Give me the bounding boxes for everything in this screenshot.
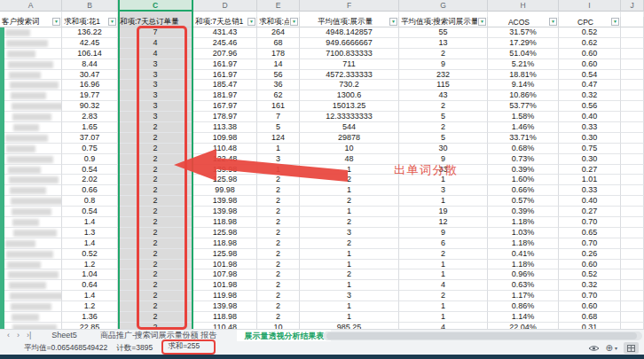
cell[interactable]: 106.14 (62, 49, 118, 59)
column-letter-H[interactable]: H (488, 0, 559, 12)
cell[interactable]: 4 (118, 49, 193, 59)
pivot-header-D[interactable]: 和项:7天总销1▼ (193, 17, 257, 27)
column-letter-F[interactable]: F (300, 0, 399, 12)
cell-empty[interactable] (621, 122, 644, 133)
cell[interactable]: 1 (399, 312, 488, 323)
tab-nav-prev[interactable]: ‹ (7, 330, 10, 341)
column-letter-C[interactable]: C (118, 0, 193, 12)
cell[interactable]: 0.60 (559, 49, 621, 59)
cell-empty[interactable] (621, 196, 644, 207)
cell[interactable]: 0.54 (559, 70, 621, 81)
filter-dropdown-icon[interactable]: ▼ (108, 18, 116, 26)
cell[interactable]: 4948.142857 (300, 27, 399, 38)
search-term-cell-redacted[interactable] (0, 280, 62, 291)
cell[interactable]: 161 (257, 101, 300, 112)
cell[interactable]: 5 (257, 122, 300, 133)
cell[interactable]: 0.52 (559, 269, 621, 280)
column-letter-B[interactable]: B (62, 0, 118, 12)
cell[interactable]: 107.98 (193, 269, 257, 280)
cell[interactable]: 9 (399, 228, 488, 238)
cell[interactable]: 0.39% (488, 165, 559, 176)
cell[interactable]: 2 (118, 323, 193, 329)
cell[interactable]: 30.47 (62, 70, 118, 81)
cell[interactable]: 2 (118, 228, 193, 238)
cell[interactable]: 4 (118, 38, 193, 49)
cell[interactable]: 2 (399, 49, 488, 59)
cell[interactable]: 10.86% (488, 90, 559, 101)
cell[interactable]: 1.18% (488, 217, 559, 228)
search-term-cell-redacted[interactable] (0, 144, 62, 154)
cell-empty[interactable] (621, 323, 644, 329)
cell[interactable]: 2 (118, 122, 193, 133)
cell[interactable]: 0.54 (62, 165, 118, 176)
tab-nav-last[interactable]: ›| (27, 330, 31, 341)
sheet-tab-sheet5[interactable]: Sheet5 (49, 330, 80, 341)
cell[interactable]: 2 (118, 196, 193, 207)
cell-empty[interactable] (621, 59, 644, 70)
filter-dropdown-icon[interactable]: ▼ (611, 18, 619, 26)
search-term-cell-redacted[interactable] (0, 228, 62, 238)
cell[interactable]: 1.58% (488, 112, 559, 122)
column-letter-J[interactable]: J (621, 0, 644, 12)
cell-empty[interactable] (621, 185, 644, 196)
search-term-cell-redacted[interactable] (0, 238, 62, 249)
cell[interactable]: 1.03% (488, 228, 559, 238)
cell[interactable]: 118.98 (193, 217, 257, 228)
cell[interactable]: 2 (300, 238, 399, 249)
cell[interactable]: 3 (118, 112, 193, 122)
cell[interactable]: 2 (257, 228, 300, 238)
cell[interactable]: 2 (257, 301, 300, 312)
cell[interactable]: 0.60 (559, 301, 621, 312)
cell[interactable]: 22.04% (488, 323, 559, 329)
cell[interactable]: 12 (399, 217, 488, 228)
cell[interactable]: 51.04% (488, 49, 559, 59)
cell[interactable]: 115 (399, 80, 488, 90)
cell-empty[interactable] (621, 154, 644, 165)
cell-empty[interactable] (621, 238, 644, 249)
search-term-cell-redacted[interactable] (0, 112, 62, 122)
cell[interactable]: 0.40 (559, 112, 621, 122)
search-term-cell-redacted[interactable] (0, 90, 62, 101)
cell[interactable]: 4 (399, 323, 488, 329)
search-term-cell-redacted[interactable] (0, 122, 62, 133)
cell[interactable]: 1 (300, 301, 399, 312)
cell-empty[interactable] (621, 144, 644, 154)
cell[interactable]: 2.02 (62, 175, 118, 185)
pivot-header-H[interactable]: ACOS▼ (488, 17, 559, 27)
search-term-cell-redacted[interactable] (0, 207, 62, 217)
cell[interactable]: 2 (118, 133, 193, 144)
cell-empty[interactable] (621, 228, 644, 238)
cell[interactable]: 55 (399, 27, 488, 38)
cell[interactable]: 2 (300, 175, 399, 185)
cell[interactable]: 2 (118, 249, 193, 260)
pivot-header-G[interactable]: 平均值项:搜索词展示量排▼ (399, 17, 488, 27)
search-term-cell-redacted[interactable] (0, 154, 62, 165)
cell[interactable]: 4 (399, 280, 488, 291)
cell[interactable]: 13 (399, 38, 488, 49)
cell[interactable]: 99.98 (193, 185, 257, 196)
cell[interactable]: 0.70 (559, 291, 621, 301)
cell[interactable]: 0.30 (559, 133, 621, 144)
search-term-cell-redacted[interactable] (0, 80, 62, 90)
cell[interactable]: 7 (257, 112, 300, 122)
cell[interactable]: 1.4 (62, 238, 118, 249)
cell[interactable]: 48 (300, 154, 399, 165)
cell[interactable]: 985.25 (300, 323, 399, 329)
cell[interactable]: 0.86% (488, 301, 559, 312)
cell[interactable]: 232 (399, 70, 488, 81)
scrollbar-thumb[interactable] (326, 332, 637, 339)
cell[interactable]: 0.8 (62, 196, 118, 207)
cell[interactable]: 2 (118, 207, 193, 217)
search-term-cell-redacted[interactable] (0, 133, 62, 144)
cell[interactable]: 1.01 (559, 175, 621, 185)
cell[interactable]: 2 (257, 196, 300, 207)
cell[interactable]: 544 (300, 122, 399, 133)
cell[interactable]: 1.46% (488, 122, 559, 133)
pivot-header-I[interactable]: CPC▼ (559, 17, 621, 27)
filter-dropdown-icon[interactable]: ▼ (478, 18, 486, 26)
cell[interactable]: 245.46 (193, 38, 257, 49)
cell[interactable]: 1.3 (62, 228, 118, 238)
search-term-cell-redacted[interactable] (0, 249, 62, 260)
pivot-header-B[interactable]: 求和项:花1▼ (62, 17, 118, 27)
cell[interactable]: 2 (300, 196, 399, 207)
